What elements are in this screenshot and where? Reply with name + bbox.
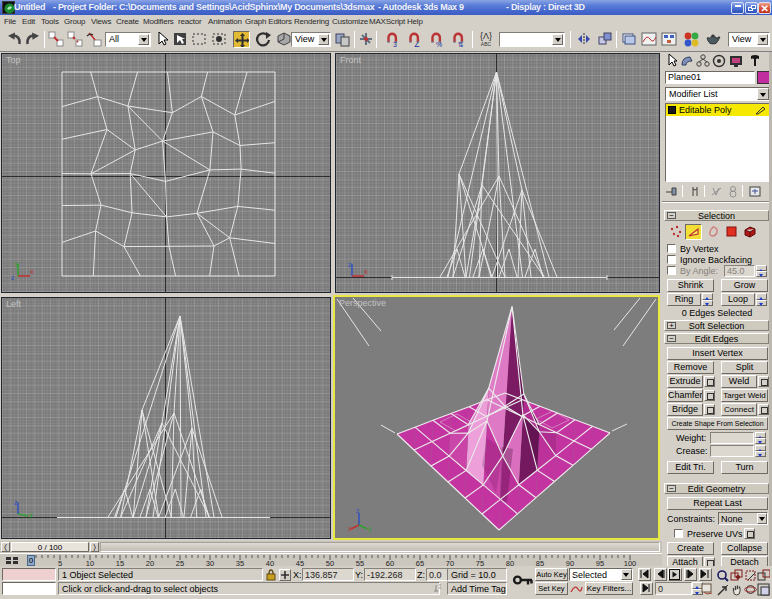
svg-text:⇅: ⇅: [458, 41, 464, 48]
svg-text:y: y: [29, 511, 33, 519]
svg-text:ABC: ABC: [481, 41, 492, 47]
svg-text:z: z: [14, 499, 18, 506]
svg-text:z: z: [356, 507, 360, 514]
svg-text:3: 3: [393, 41, 397, 48]
svg-text:x: x: [364, 268, 368, 275]
svg-text:x: x: [348, 525, 352, 532]
svg-text:z: z: [11, 274, 15, 281]
svg-text:x: x: [30, 268, 34, 275]
svg-text:%: %: [436, 41, 442, 48]
svg-text:y: y: [15, 260, 19, 268]
svg-text:z: z: [348, 261, 352, 268]
svg-text:∠: ∠: [414, 41, 420, 48]
svg-text:y: y: [368, 525, 372, 533]
svg-text:{Λ}: {Λ}: [480, 31, 492, 41]
